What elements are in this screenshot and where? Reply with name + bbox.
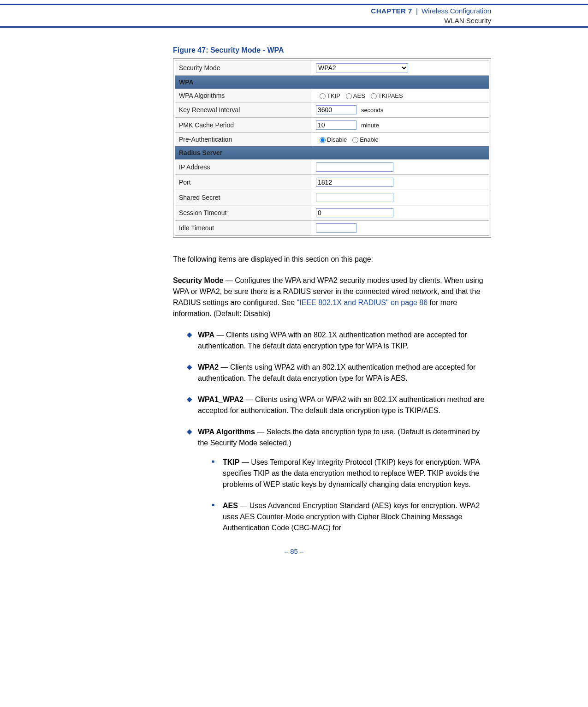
label-tkipaes: TKIPAES: [378, 92, 403, 99]
config-table: Security Mode WPA2 WPA WPA Algorithms TK…: [175, 60, 489, 236]
cell-preauth: Disable Enable: [312, 133, 489, 146]
label-aes: AES: [353, 92, 365, 99]
item-wpa-algorithms: WPA Algorithms — Selects the data encryp…: [187, 426, 491, 533]
chapter-label: CHAPTER 7: [371, 7, 412, 15]
radio-enable[interactable]: [352, 137, 358, 143]
item-wpa1-wpa2: WPA1_WPA2 — Clients using WPA or WPA2 wi…: [187, 394, 491, 416]
cell-port: [312, 175, 489, 190]
row-port: Port: [175, 175, 489, 190]
row-security-mode: Security Mode WPA2: [175, 60, 489, 76]
label-wpa-algorithms: WPA Algorithms: [175, 89, 312, 102]
security-mode-paragraph: Security Mode — Configures the WPA and W…: [173, 275, 491, 319]
term-security-mode: Security Mode: [173, 276, 223, 284]
label-security-mode: Security Mode: [175, 60, 312, 76]
square-list: TKIP — Uses Temporal Key Integrity Proto…: [212, 457, 491, 533]
intro-text: The following items are displayed in thi…: [173, 254, 491, 265]
security-mode-select[interactable]: WPA2: [316, 63, 408, 72]
radio-disable[interactable]: [320, 137, 326, 143]
text-wpa2: — Clients using WPA2 with an 802.1X auth…: [198, 363, 475, 382]
cell-key-renewal: seconds: [312, 102, 489, 118]
radio-aes[interactable]: [346, 93, 352, 99]
text-wpa: — Clients using WPA with an 802.1X authe…: [198, 331, 467, 350]
term-wpa: WPA: [198, 331, 214, 339]
row-key-renewal: Key Renewal Interval seconds: [175, 102, 489, 118]
figure-caption: Figure 47: Security Mode - WPA: [173, 46, 491, 54]
cell-security-mode: WPA2: [312, 60, 489, 76]
subitem-tkip: TKIP — Uses Temporal Key Integrity Proto…: [212, 457, 491, 490]
input-pmk[interactable]: [316, 120, 356, 130]
row-idle: Idle Timeout: [175, 221, 489, 236]
cell-idle: [312, 221, 489, 236]
input-port[interactable]: [316, 178, 393, 187]
page-header-line2: WLAN Security: [0, 17, 588, 26]
header-divider: |: [414, 7, 420, 15]
label-enable: Enable: [360, 136, 378, 143]
cell-secret: [312, 190, 489, 205]
diamond-list: WPA — Clients using WPA with an 802.1X a…: [187, 330, 491, 533]
wpa-header: WPA: [175, 76, 489, 89]
page-content: Figure 47: Security Mode - WPA Security …: [173, 46, 491, 533]
label-idle: Idle Timeout: [175, 221, 312, 236]
term-tkip: TKIP: [223, 458, 239, 466]
page-header-line1: CHAPTER 7 | Wireless Configuration: [0, 5, 588, 17]
label-pmk: PMK Cache Period: [175, 118, 312, 133]
row-ip: IP Address: [175, 160, 489, 175]
cell-pmk: minute: [312, 118, 489, 133]
text-tkip: — Uses Temporal Key Integrity Protocol (…: [223, 458, 480, 488]
row-session: Session Timeout: [175, 205, 489, 221]
cell-session: [312, 205, 489, 221]
cell-ip: [312, 160, 489, 175]
item-wpa: WPA — Clients using WPA with an 802.1X a…: [187, 330, 491, 352]
term-wpa2: WPA2: [198, 363, 219, 371]
section-label: Wireless Configuration: [422, 7, 491, 15]
radio-tkipaes[interactable]: [371, 93, 377, 99]
label-port: Port: [175, 175, 312, 190]
link-ieee-8021x[interactable]: "IEEE 802.1X and RADIUS" on page 86: [297, 299, 428, 306]
label-key-renewal: Key Renewal Interval: [175, 102, 312, 118]
input-idle[interactable]: [316, 223, 356, 233]
label-secret: Shared Secret: [175, 190, 312, 205]
header-rule-bottom: [0, 26, 588, 28]
cell-wpa-algorithms: TKIP AES TKIPAES: [312, 89, 489, 102]
row-secret: Shared Secret: [175, 190, 489, 205]
row-pmk: PMK Cache Period minute: [175, 118, 489, 133]
input-key-renewal[interactable]: [316, 105, 356, 114]
label-preauth: Pre-Authentication: [175, 133, 312, 146]
input-ip[interactable]: [316, 162, 393, 172]
unit-minute: minute: [361, 122, 379, 129]
label-tkip: TKIP: [327, 92, 340, 99]
label-ip: IP Address: [175, 160, 312, 175]
row-wpa-algorithms: WPA Algorithms TKIP AES TKIPAES: [175, 89, 489, 102]
term-wpa1-wpa2: WPA1_WPA2: [198, 395, 244, 403]
radio-tkip[interactable]: [320, 93, 326, 99]
unit-seconds: seconds: [361, 107, 383, 114]
label-session: Session Timeout: [175, 205, 312, 221]
text-aes: — Uses Advanced Encryption Standard (AES…: [223, 502, 480, 532]
figure-screenshot: Security Mode WPA2 WPA WPA Algorithms TK…: [173, 58, 491, 238]
row-wpa-header: WPA: [175, 76, 489, 89]
input-secret[interactable]: [316, 193, 393, 202]
page-number: – 85 –: [0, 547, 588, 564]
item-wpa2: WPA2 — Clients using WPA2 with an 802.1X…: [187, 362, 491, 384]
radius-header: Radius Server: [175, 146, 489, 160]
label-disable: Disable: [327, 136, 347, 143]
term-aes: AES: [223, 502, 238, 509]
row-radius-header: Radius Server: [175, 146, 489, 160]
row-preauth: Pre-Authentication Disable Enable: [175, 133, 489, 146]
subitem-aes: AES — Uses Advanced Encryption Standard …: [212, 500, 491, 533]
input-session[interactable]: [316, 208, 393, 217]
term-wpa-algorithms: WPA Algorithms: [198, 428, 255, 436]
